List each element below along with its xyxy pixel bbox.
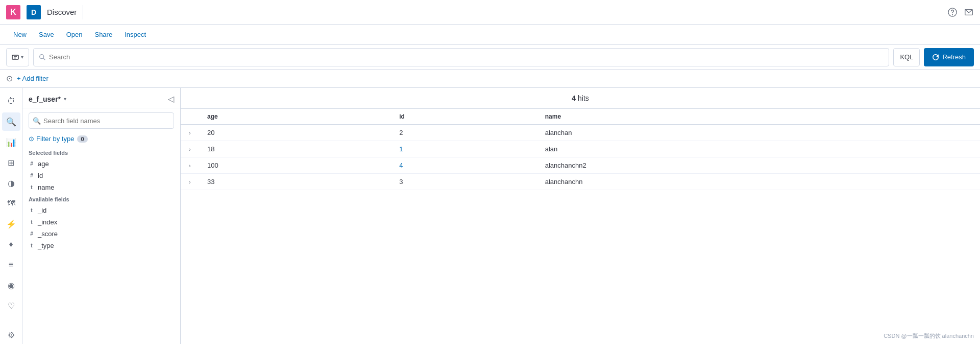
cell-age: 33: [201, 174, 393, 190]
nav-discover-icon[interactable]: 🔍: [2, 112, 20, 131]
field-type-_type: t: [29, 243, 35, 248]
field-name-_type: _type: [38, 242, 54, 249]
filter-count-badge: 0: [77, 135, 87, 143]
refresh-icon: [932, 54, 939, 61]
index-icon: [12, 54, 19, 61]
index-chevron-icon[interactable]: ▾: [64, 96, 66, 102]
hits-count: 4: [572, 94, 576, 102]
th-name[interactable]: name: [539, 109, 980, 125]
chevron-down-icon: ▾: [21, 54, 23, 60]
cell-age: 20: [201, 125, 393, 141]
mail-icon[interactable]: [964, 7, 974, 17]
hits-label: hits: [578, 94, 589, 102]
th-id[interactable]: id: [393, 109, 538, 125]
field-type-_score: #: [29, 231, 35, 237]
nav-clock-icon[interactable]: ⏱: [2, 92, 20, 110]
nav-visualize-icon[interactable]: 📊: [2, 133, 20, 151]
hits-header: 4 hits: [181, 88, 980, 109]
kibana-logo: K: [6, 5, 20, 19]
row-expand-button[interactable]: ›: [187, 179, 193, 185]
add-filter-button[interactable]: + Add filter: [17, 75, 48, 82]
filter-type-icon: ⊙: [29, 135, 34, 143]
field-item-_id[interactable]: t _id: [22, 204, 180, 216]
cell-name: alan: [539, 141, 980, 157]
cell-name: alanchanchn: [539, 174, 980, 190]
menu-share[interactable]: Share: [89, 29, 117, 40]
available-fields-label: Available fields: [22, 193, 180, 204]
field-type-name: t: [29, 185, 35, 190]
page-title: Discover: [47, 8, 77, 16]
field-search-input[interactable]: [29, 112, 174, 129]
cell-id: 3: [393, 174, 538, 190]
field-item-_score[interactable]: # _score: [22, 228, 180, 240]
nav-logs-icon[interactable]: ≡: [2, 256, 20, 274]
menu-save[interactable]: Save: [34, 29, 59, 40]
selected-fields-label: Selected fields: [22, 147, 180, 158]
search-input[interactable]: [49, 53, 884, 61]
svg-point-6: [40, 54, 44, 58]
help-icon[interactable]: [947, 7, 958, 17]
filter-by-type-button[interactable]: ⊙ Filter by type: [29, 135, 74, 143]
nav-settings-icon[interactable]: ⚙: [2, 326, 20, 344]
table-row: ›202alanchan: [181, 125, 980, 141]
results-table: age id name ›202alanchan›181alan›1004ala…: [181, 109, 980, 190]
kql-button[interactable]: KQL: [893, 48, 920, 66]
field-item-_index[interactable]: t _index: [22, 216, 180, 228]
available-fields-list: t _id t _index # _score t _type: [22, 204, 180, 251]
nav-uptime-icon[interactable]: ♡: [2, 296, 20, 315]
nav-ml-icon[interactable]: ⚡: [2, 215, 20, 233]
svg-line-7: [43, 58, 45, 60]
field-name-age: age: [38, 160, 49, 168]
field-name-_id: _id: [38, 207, 46, 214]
table-row: ›1004alanchanchn2: [181, 157, 980, 174]
row-expand-button[interactable]: ›: [187, 146, 193, 152]
nav-dashboard-icon[interactable]: ⊞: [2, 153, 20, 172]
sidebar-collapse-button[interactable]: ◁: [168, 94, 174, 104]
nav-maps-icon[interactable]: 🗺: [2, 194, 20, 213]
field-search-area: 🔍: [22, 108, 180, 133]
field-search-icon: 🔍: [33, 117, 41, 125]
nav-infrastructure-icon[interactable]: ♦: [2, 235, 20, 254]
field-type-_id: t: [29, 208, 35, 213]
watermark: CSDN @一瓢一瓢的饮 alanchanchn: [884, 332, 974, 340]
svg-point-1: [952, 14, 953, 15]
index-pattern-name: e_f_user*: [29, 95, 61, 103]
cell-id: 2: [393, 125, 538, 141]
cell-name: alanchanchn2: [539, 157, 980, 174]
selected-fields-list: # age # id t name: [22, 158, 180, 193]
cell-id[interactable]: 1: [393, 141, 538, 157]
cell-id[interactable]: 4: [393, 157, 538, 174]
menu-inspect[interactable]: Inspect: [119, 29, 151, 40]
table-row: ›181alan: [181, 141, 980, 157]
table-row: ›333alanchanchn: [181, 174, 980, 190]
index-selector[interactable]: ▾: [6, 48, 29, 66]
th-expand: [181, 109, 201, 125]
nav-apm-icon[interactable]: ◉: [2, 276, 20, 294]
field-type-age: #: [29, 161, 35, 167]
row-expand-button[interactable]: ›: [187, 163, 193, 169]
field-name-id: id: [38, 172, 43, 179]
row-expand-button[interactable]: ›: [187, 130, 193, 136]
field-type-id: #: [29, 173, 35, 178]
field-item-age[interactable]: # age: [22, 158, 180, 170]
menu-new[interactable]: New: [8, 29, 32, 40]
cell-name: alanchan: [539, 125, 980, 141]
cell-age: 100: [201, 157, 393, 174]
field-type-_index: t: [29, 219, 35, 225]
field-item-name[interactable]: t name: [22, 181, 180, 193]
results-table-wrap: age id name ›202alanchan›181alan›1004ala…: [181, 109, 980, 344]
refresh-button[interactable]: Refresh: [924, 48, 974, 66]
th-age[interactable]: age: [201, 109, 393, 125]
field-name-name: name: [38, 184, 55, 191]
search-input-wrap: [33, 48, 889, 66]
menu-open[interactable]: Open: [61, 29, 88, 40]
field-name-_index: _index: [38, 218, 57, 226]
nav-canvas-icon[interactable]: ◑: [2, 174, 20, 192]
svg-rect-3: [12, 55, 18, 59]
field-name-_score: _score: [38, 230, 58, 238]
cell-age: 18: [201, 141, 393, 157]
search-icon: [39, 54, 46, 61]
field-item-id[interactable]: # id: [22, 170, 180, 181]
field-item-_type[interactable]: t _type: [22, 240, 180, 251]
filter-options-icon[interactable]: ⊙: [6, 74, 13, 83]
